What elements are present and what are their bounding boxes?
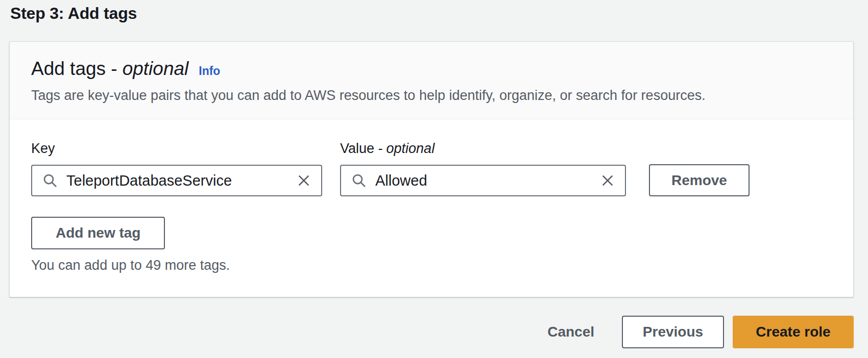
value-label-text: Value - — [340, 141, 383, 156]
panel-title: Add tags -optional — [31, 58, 188, 80]
cancel-button[interactable]: Cancel — [547, 324, 594, 340]
clear-key-icon[interactable] — [295, 171, 313, 190]
info-link[interactable]: Info — [199, 64, 220, 78]
tags-remaining-text: You can add up to 49 more tags. — [31, 258, 832, 273]
create-role-button[interactable]: Create role — [733, 316, 854, 348]
wizard-footer: Cancel Previous Create role — [0, 316, 854, 348]
value-label: Value -optional — [340, 141, 626, 157]
tag-row: Key Value -optional — [31, 141, 832, 196]
clear-value-icon[interactable] — [598, 171, 617, 190]
search-icon — [42, 173, 58, 188]
remove-tag-button[interactable]: Remove — [649, 164, 750, 196]
page-title: Step 3: Add tags — [10, 4, 868, 23]
value-input-box — [340, 165, 626, 196]
add-new-tag-button[interactable]: Add new tag — [31, 217, 165, 249]
key-column: Key — [31, 141, 322, 196]
key-input[interactable] — [66, 172, 290, 189]
panel-header: Add tags -optional Info Tags are key-val… — [10, 42, 853, 119]
key-input-box — [31, 165, 322, 196]
panel-description: Tags are key-value pairs that you can ad… — [31, 88, 832, 104]
value-label-optional: optional — [387, 141, 435, 156]
panel-body: Key Value -optional — [10, 119, 853, 297]
add-tags-panel: Add tags -optional Info Tags are key-val… — [9, 41, 854, 297]
key-label: Key — [31, 141, 322, 157]
panel-title-text: Add tags - — [31, 58, 117, 79]
value-input[interactable] — [375, 172, 593, 189]
search-icon — [351, 173, 367, 188]
value-column: Value -optional — [340, 141, 626, 196]
previous-button[interactable]: Previous — [622, 316, 724, 348]
panel-title-optional: optional — [123, 58, 189, 79]
